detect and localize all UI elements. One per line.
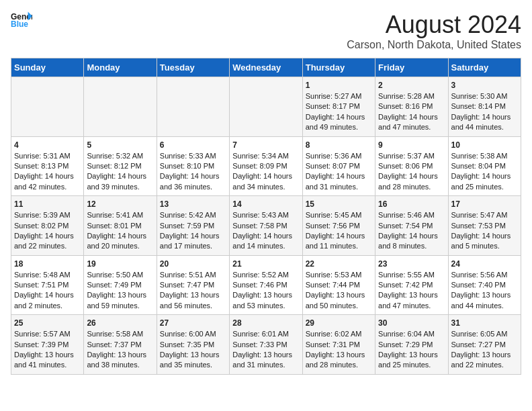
header-thursday: Thursday [302,58,375,77]
calendar-day: 2Sunrise: 5:28 AMSunset: 8:16 PMDaylight… [375,77,448,137]
calendar-week-1: 1Sunrise: 5:27 AMSunset: 8:17 PMDaylight… [11,77,521,137]
day-info: Sunrise: 5:53 AMSunset: 7:44 PMDaylight:… [306,271,365,310]
day-number: 12 [87,199,153,209]
day-number: 16 [378,199,445,209]
day-number: 17 [451,199,518,209]
calendar-day: 30Sunrise: 6:04 AMSunset: 7:29 PMDayligh… [375,315,448,375]
day-info: Sunrise: 5:46 AMSunset: 7:54 PMDaylight:… [378,211,438,250]
calendar-subtitle: Carson, North Dakota, United States [347,39,521,51]
calendar-day: 16Sunrise: 5:46 AMSunset: 7:54 PMDayligh… [375,196,448,256]
day-info: Sunrise: 5:57 AMSunset: 7:39 PMDaylight:… [14,330,74,369]
calendar-day: 15Sunrise: 5:45 AMSunset: 7:56 PMDayligh… [302,196,375,256]
day-number: 23 [378,259,445,269]
calendar-day [84,77,157,137]
calendar-day: 29Sunrise: 6:02 AMSunset: 7:31 PMDayligh… [302,315,375,375]
calendar-day: 4Sunrise: 5:31 AMSunset: 8:13 PMDaylight… [11,136,84,196]
header-saturday: Saturday [448,58,521,77]
day-number: 27 [160,318,226,328]
calendar-day: 5Sunrise: 5:32 AMSunset: 8:12 PMDaylight… [84,136,157,196]
day-number: 5 [87,140,153,150]
day-number: 2 [378,81,445,90]
day-info: Sunrise: 5:58 AMSunset: 7:37 PMDaylight:… [87,330,146,369]
day-info: Sunrise: 6:05 AMSunset: 7:27 PMDaylight:… [451,330,511,369]
day-number: 13 [160,199,226,209]
calendar-day: 28Sunrise: 6:01 AMSunset: 7:33 PMDayligh… [230,315,302,375]
calendar-day: 18Sunrise: 5:48 AMSunset: 7:51 PMDayligh… [11,255,84,315]
calendar-day: 21Sunrise: 5:52 AMSunset: 7:46 PMDayligh… [230,255,302,315]
day-number: 3 [451,81,518,90]
day-info: Sunrise: 5:43 AMSunset: 7:58 PMDaylight:… [232,211,292,250]
day-number: 20 [160,259,226,269]
day-number: 14 [232,199,299,209]
day-number: 19 [87,259,153,269]
calendar-day [11,77,84,137]
day-number: 10 [451,140,518,150]
day-number: 25 [14,318,81,328]
calendar-day: 6Sunrise: 5:33 AMSunset: 8:10 PMDaylight… [157,136,229,196]
day-info: Sunrise: 5:32 AMSunset: 8:12 PMDaylight:… [87,152,146,191]
day-info: Sunrise: 5:52 AMSunset: 7:46 PMDaylight:… [232,271,292,310]
day-info: Sunrise: 5:28 AMSunset: 8:16 PMDaylight:… [378,92,438,131]
header-sunday: Sunday [11,58,84,77]
calendar-day: 25Sunrise: 5:57 AMSunset: 7:39 PMDayligh… [11,315,84,375]
calendar-day: 10Sunrise: 5:38 AMSunset: 8:04 PMDayligh… [448,136,521,196]
day-info: Sunrise: 6:01 AMSunset: 7:33 PMDaylight:… [232,330,292,369]
day-info: Sunrise: 6:00 AMSunset: 7:35 PMDaylight:… [160,330,220,369]
calendar-day: 23Sunrise: 5:55 AMSunset: 7:42 PMDayligh… [375,255,448,315]
svg-text:Blue: Blue [11,19,28,29]
day-info: Sunrise: 6:04 AMSunset: 7:29 PMDaylight:… [378,330,438,369]
day-info: Sunrise: 6:02 AMSunset: 7:31 PMDaylight:… [306,330,365,369]
day-info: Sunrise: 5:50 AMSunset: 7:49 PMDaylight:… [87,271,146,310]
header-friday: Friday [375,58,448,77]
day-number: 11 [14,199,81,209]
day-number: 1 [306,81,372,90]
calendar-day: 31Sunrise: 6:05 AMSunset: 7:27 PMDayligh… [448,315,521,375]
calendar-day: 14Sunrise: 5:43 AMSunset: 7:58 PMDayligh… [230,196,302,256]
day-info: Sunrise: 5:42 AMSunset: 7:59 PMDaylight:… [160,211,220,250]
header-wednesday: Wednesday [230,58,302,77]
day-info: Sunrise: 5:48 AMSunset: 7:51 PMDaylight:… [14,271,74,310]
header-tuesday: Tuesday [157,58,229,77]
logo: General Blue [11,11,32,30]
calendar-day: 19Sunrise: 5:50 AMSunset: 7:49 PMDayligh… [84,255,157,315]
calendar-title: August 2024 [347,11,521,39]
calendar-day: 12Sunrise: 5:41 AMSunset: 8:01 PMDayligh… [84,196,157,256]
calendar-table: Sunday Monday Tuesday Wednesday Thursday… [11,58,521,375]
day-info: Sunrise: 5:41 AMSunset: 8:01 PMDaylight:… [87,211,146,250]
logo-icon: General Blue [11,11,32,30]
calendar-week-4: 18Sunrise: 5:48 AMSunset: 7:51 PMDayligh… [11,255,521,315]
title-area: August 2024 Carson, North Dakota, United… [347,11,521,51]
day-number: 18 [14,259,81,269]
day-info: Sunrise: 5:38 AMSunset: 8:04 PMDaylight:… [451,152,511,191]
calendar-day: 24Sunrise: 5:56 AMSunset: 7:40 PMDayligh… [448,255,521,315]
calendar-day: 17Sunrise: 5:47 AMSunset: 7:53 PMDayligh… [448,196,521,256]
calendar-day: 7Sunrise: 5:34 AMSunset: 8:09 PMDaylight… [230,136,302,196]
day-info: Sunrise: 5:39 AMSunset: 8:02 PMDaylight:… [14,211,74,250]
day-info: Sunrise: 5:55 AMSunset: 7:42 PMDaylight:… [378,271,438,310]
day-number: 15 [306,199,372,209]
day-info: Sunrise: 5:30 AMSunset: 8:14 PMDaylight:… [451,92,511,131]
calendar-day [230,77,302,137]
calendar-week-5: 25Sunrise: 5:57 AMSunset: 7:39 PMDayligh… [11,315,521,375]
calendar-day: 1Sunrise: 5:27 AMSunset: 8:17 PMDaylight… [302,77,375,137]
calendar-day: 13Sunrise: 5:42 AMSunset: 7:59 PMDayligh… [157,196,229,256]
calendar-day: 26Sunrise: 5:58 AMSunset: 7:37 PMDayligh… [84,315,157,375]
day-info: Sunrise: 5:34 AMSunset: 8:09 PMDaylight:… [232,152,292,191]
day-number: 31 [451,318,518,328]
day-number: 8 [306,140,372,150]
calendar-day: 8Sunrise: 5:36 AMSunset: 8:07 PMDaylight… [302,136,375,196]
calendar-day: 27Sunrise: 6:00 AMSunset: 7:35 PMDayligh… [157,315,229,375]
day-number: 7 [232,140,299,150]
calendar-day: 3Sunrise: 5:30 AMSunset: 8:14 PMDaylight… [448,77,521,137]
day-info: Sunrise: 5:27 AMSunset: 8:17 PMDaylight:… [306,92,365,131]
day-info: Sunrise: 5:31 AMSunset: 8:13 PMDaylight:… [14,152,74,191]
day-number: 21 [232,259,299,269]
day-info: Sunrise: 5:45 AMSunset: 7:56 PMDaylight:… [306,211,365,250]
calendar-week-3: 11Sunrise: 5:39 AMSunset: 8:02 PMDayligh… [11,196,521,256]
day-number: 9 [378,140,445,150]
day-info: Sunrise: 5:36 AMSunset: 8:07 PMDaylight:… [306,152,365,191]
day-number: 28 [232,318,299,328]
calendar-day [157,77,229,137]
day-number: 30 [378,318,445,328]
day-info: Sunrise: 5:47 AMSunset: 7:53 PMDaylight:… [451,211,511,250]
